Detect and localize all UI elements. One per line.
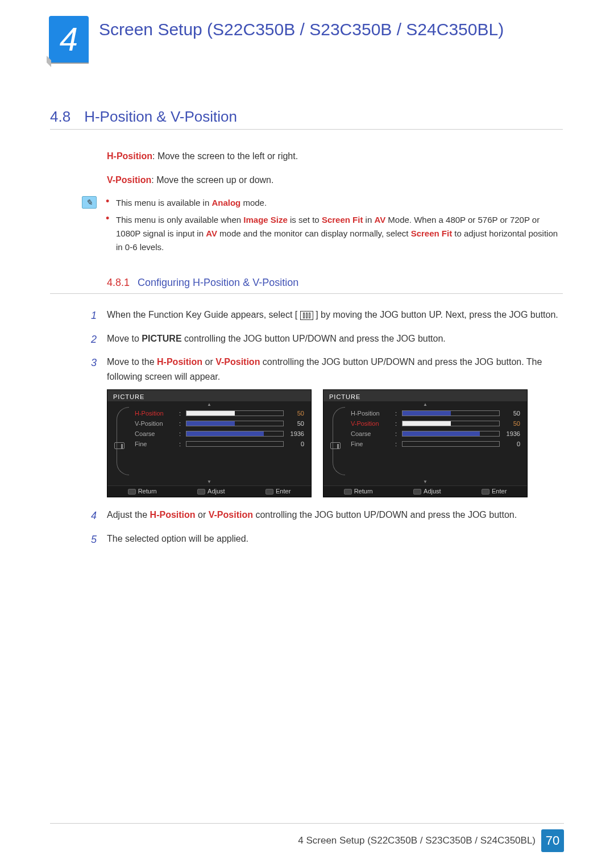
aspect-icon [114, 442, 125, 449]
chapter-title: Screen Setup (S22C350B / S23C350B / S24C… [89, 16, 504, 40]
osd-title: PICTURE [323, 390, 527, 401]
down-arrow-icon: ▼ [323, 479, 527, 484]
note-block: ✎ This menu is available in Analog mode.… [107, 196, 563, 258]
osd-enter: Enter [265, 487, 291, 497]
down-arrow-icon: ▼ [107, 479, 311, 484]
note-item-2: This menu is only available when Image S… [106, 213, 563, 254]
chapter-header: 4 Screen Setup (S22C350B / S23C350B / S2… [0, 0, 614, 63]
section-heading: 4.8 H-Position & V-Position [50, 108, 563, 130]
step-3: 3 Move to the H-Position or V-Position c… [107, 355, 563, 497]
subsection-heading: 4.8.1 Configuring H-Position & V-Positio… [50, 275, 563, 294]
subsection-title: Configuring H-Position & V-Position [138, 275, 298, 291]
step-1: 1 When the Function Key Guide appears, s… [107, 308, 563, 322]
osd-screenshot-vposition: PICTURE ▲ H-Position:50 V-Position:50 Co… [323, 389, 528, 497]
footer-chapter-ref: 4 Screen Setup (S22C350B / S23C350B / S2… [298, 835, 536, 846]
section-title: H-Position & V-Position [84, 108, 237, 126]
note-item-1: This menu is available in Analog mode. [106, 196, 563, 210]
page-footer: 4 Screen Setup (S22C350B / S23C350B / S2… [0, 823, 614, 852]
definition-vposition: V-Position: Move the screen up or down. [107, 173, 563, 188]
chapter-badge: 4 [49, 16, 89, 63]
menu-icon [300, 311, 313, 320]
step-5: 5 The selected option will be applied. [107, 531, 563, 546]
subsection-number: 4.8.1 [107, 275, 130, 291]
note-icon: ✎ [82, 196, 97, 209]
chapter-number: 4 [60, 23, 78, 56]
osd-title: PICTURE [107, 390, 311, 401]
step-2: 2 Move to PICTURE controlling the JOG bu… [107, 331, 563, 346]
definition-hposition: H-Position: Move the screen to the left … [107, 149, 563, 164]
osd-enter: Enter [482, 487, 507, 497]
osd-return: Return [344, 487, 373, 497]
osd-screenshot-hposition: PICTURE ▲ H-Position:50 V-Position:50 Co… [107, 389, 312, 497]
osd-return: Return [128, 487, 157, 497]
page-number: 70 [541, 829, 564, 852]
osd-adjust: Adjust [197, 487, 225, 497]
aspect-icon [330, 442, 341, 449]
osd-adjust: Adjust [413, 487, 441, 497]
step-4: 4 Adjust the H-Position or V-Position co… [107, 508, 563, 522]
section-number: 4.8 [50, 108, 70, 126]
